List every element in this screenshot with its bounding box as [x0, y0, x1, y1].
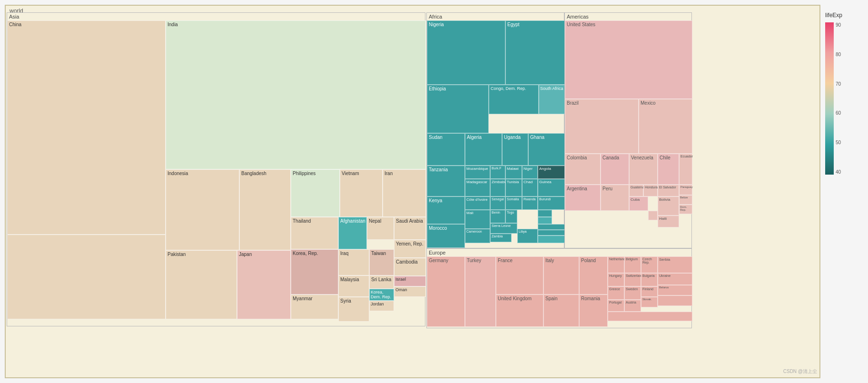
- country-label: Belarus: [658, 285, 692, 289]
- country-cameroon: Cameroon: [465, 229, 490, 243]
- country-elsalvador: El Salvador: [658, 185, 679, 196]
- country-iran: Iran: [383, 169, 426, 217]
- country-vietnam: Vietnam: [340, 169, 383, 217]
- country-label: Malaysia: [339, 276, 369, 283]
- country-label: Thailand: [291, 217, 338, 225]
- country-libya: Libya: [517, 229, 538, 243]
- country-japan: Japan: [237, 250, 291, 319]
- country-label: Korea, Rep.: [291, 250, 338, 257]
- country-bolivia: Bolivia: [658, 196, 679, 216]
- country-pakistan: Pakistan: [166, 250, 237, 319]
- legend-tick-60: 60: [836, 110, 841, 116]
- country-poland: Poland: [579, 256, 608, 295]
- country-mali: Mali: [465, 210, 490, 229]
- country-egypt: Egypt: [505, 20, 565, 85]
- country-taiwan: Taiwan: [369, 249, 394, 275]
- country-label: China: [8, 21, 165, 28]
- country-label: Colombia: [565, 154, 600, 161]
- country-label: Portugal: [608, 300, 624, 304]
- country-label: Congo, Dem. Rep.: [489, 85, 538, 92]
- country-china2: [7, 235, 166, 319]
- country-czech: Czech Rep.: [641, 256, 658, 273]
- asia-section: Asia China India Indonesia Bangladesh Ph…: [7, 12, 425, 326]
- country-label: Vietnam: [340, 170, 382, 177]
- country-label: Zambia: [491, 234, 511, 238]
- legend-tick-70: 70: [836, 81, 841, 87]
- country-label: Bangladesh: [240, 170, 290, 177]
- country-label: Ethiopia: [427, 85, 488, 92]
- country-label: Bulgaria: [641, 274, 657, 278]
- country-thailand: Thailand: [291, 217, 338, 249]
- country-label: France: [496, 257, 543, 264]
- asia-label: Asia: [7, 13, 425, 20]
- country-label: Jordan: [370, 301, 394, 307]
- country-jordan: Jordan: [369, 301, 394, 311]
- country-label: Paraguay: [680, 185, 692, 189]
- country-senegal: Senegal: [490, 196, 505, 210]
- country-madagascar: Madagascar: [465, 179, 490, 196]
- country-small-am1: Belize: [679, 195, 692, 205]
- country-label: Finland: [641, 287, 657, 291]
- country-kenya: Kenya: [427, 196, 465, 224]
- country-serbia: Serbia: [658, 256, 692, 273]
- country-label: Morocco: [427, 225, 464, 232]
- country-nepal: Nepal: [367, 217, 394, 240]
- country-label: Malawi: [506, 166, 522, 171]
- country-philippines: Philippines: [291, 169, 340, 217]
- country-label: Syria: [339, 297, 369, 304]
- country-small5: [538, 236, 565, 243]
- country-venezuela: Venezuela: [629, 154, 658, 185]
- country-label: Somalia: [506, 197, 522, 201]
- country-portugal: Portugal: [608, 300, 624, 312]
- country-eu-small4: [658, 295, 692, 306]
- country-label: Japan: [237, 251, 290, 258]
- country-mozambique: Mozambique: [465, 166, 490, 179]
- country-label: Germany: [427, 257, 464, 264]
- country-label: Libya: [518, 229, 537, 234]
- country-oman: Oman: [394, 286, 426, 297]
- country-colombia: Colombia: [565, 154, 601, 185]
- country-canada: Canada: [601, 154, 629, 185]
- country-sudan: Sudan: [427, 133, 465, 166]
- country-togo: Togo: [505, 210, 517, 223]
- country-cote: Côte d'Ivoire: [465, 196, 490, 210]
- country-label: Sudan: [427, 134, 464, 141]
- country-label: Nigeria: [427, 21, 505, 28]
- country-label: Mozambique: [465, 166, 490, 171]
- legend-tick-90: 90: [836, 22, 841, 28]
- country-china: China: [7, 20, 166, 235]
- country-label: Haiti: [658, 216, 679, 221]
- country-label: South Africa: [539, 85, 564, 92]
- country-small2: [538, 217, 552, 224]
- country-chad: Chad: [522, 179, 538, 196]
- country-label: Korea, Dem. Rep.: [370, 289, 394, 300]
- country-mexico: Mexico: [639, 99, 692, 154]
- country-belgium: Belgium: [624, 256, 641, 273]
- country-label: Mali: [465, 210, 490, 216]
- svg-rect-0: [825, 22, 834, 175]
- country-label: Chile: [658, 154, 679, 161]
- country-brazil: Brazil: [565, 99, 639, 154]
- country-label: Iran: [383, 170, 425, 177]
- country-label: Algeria: [465, 134, 502, 141]
- country-label: Slovak.: [641, 297, 657, 301]
- country-southafrica: South Africa: [539, 85, 565, 114]
- country-label: El Salvador: [658, 185, 679, 189]
- africa-label: Africa: [427, 13, 564, 20]
- country-malaysia: Malaysia: [338, 275, 369, 297]
- country-eu-small5: [608, 312, 692, 321]
- country-label: Sierra Leone: [491, 224, 517, 228]
- country-iraq: Iraq: [338, 249, 369, 275]
- country-paraguay: Paraguay: [679, 185, 692, 195]
- country-france: France: [496, 256, 543, 295]
- country-india: India: [166, 20, 426, 169]
- country-honduras: Honduras: [643, 185, 658, 196]
- country-label: Sweden: [625, 287, 641, 291]
- country-israel: Israel: [394, 276, 426, 286]
- country-label: Spain: [544, 295, 579, 302]
- country-austria: Austria: [624, 300, 641, 312]
- country-peru: Peru: [601, 185, 629, 211]
- country-label: Senegal: [491, 197, 505, 201]
- country-label: Madagascar: [465, 179, 490, 185]
- country-label: Belize: [680, 196, 692, 199]
